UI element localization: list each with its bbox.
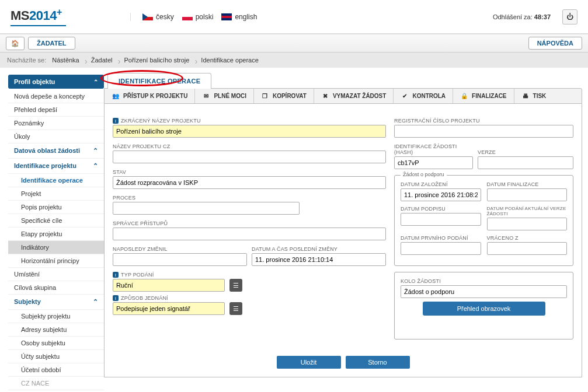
tool-tisk[interactable]: 🖶TISK (514, 89, 554, 103)
help-button[interactable]: NÁPOVĚDA (528, 37, 582, 50)
toolbar: 👥PŘÍSTUP K PROJEKTU ✉PLNÉ MOCI ❐KOPÍROVA… (104, 88, 582, 104)
sidebar-specificke[interactable]: Specifické cíle (8, 214, 104, 228)
zadatel-button[interactable]: ŽADATEL (28, 37, 75, 50)
tool-kontrola[interactable]: ✔KONTROLA (394, 89, 453, 103)
tool-pristup[interactable]: 👥PŘÍSTUP K PROJEKTU (105, 89, 195, 103)
tool-plne-moci[interactable]: ✉PLNÉ MOCI (195, 89, 254, 103)
input-dat-prvni[interactable] (401, 242, 481, 255)
lock-icon: 🔒 (460, 93, 468, 99)
fieldset-kolo: KOLO ŽÁDOSTI Přehled obrazovek (394, 272, 573, 340)
input-proces[interactable] (113, 202, 300, 215)
input-typ-podani[interactable] (113, 279, 225, 292)
sidebar-cznace[interactable]: CZ NACE (8, 377, 104, 390)
sidebar-ucty[interactable]: Účty subjektu (8, 350, 104, 363)
info-icon: i (113, 272, 119, 278)
sidebar-horizontalni[interactable]: Horizontální principy (8, 254, 104, 268)
main-content: IDENTIFIKACE OPERACE 👥PŘÍSTUP K PROJEKTU… (104, 68, 588, 390)
sidebar-popis[interactable]: Popis projektu (8, 201, 104, 214)
picker-zpusob[interactable]: ☰ (229, 302, 242, 315)
chevron-up-icon: ⌃ (93, 162, 98, 170)
sidebar-ukoly[interactable]: Úkoly (8, 130, 104, 144)
label-vraceno: VRÁCENO Z (487, 235, 568, 241)
label-dat-podani-akt: DATUM PODÁNÍ AKTUÁLNÍ VERZE ŽÁDOSTI (487, 206, 568, 216)
input-zpusob[interactable] (113, 302, 225, 315)
label-verze: VERZE (478, 149, 573, 155)
lang-en[interactable]: english (221, 13, 257, 21)
sidebar-indikatory[interactable]: Indikátory (8, 241, 104, 254)
label-spravce: SPRÁVCE PŘÍSTUPŮ (113, 220, 386, 226)
users-icon: 👥 (112, 93, 120, 99)
input-dat-podpisu[interactable] (401, 213, 481, 226)
flag-cz-icon (142, 13, 153, 20)
lang-pl[interactable]: polski (182, 13, 214, 21)
input-dat-finalizace[interactable] (487, 188, 568, 201)
sidebar-etapy[interactable]: Etapy projektu (8, 228, 104, 241)
tool-vymazat[interactable]: ✖VYMAZAT ŽÁDOST (314, 89, 394, 103)
crumb-ident[interactable]: Identifikace operace (195, 57, 264, 64)
info-icon: i (113, 118, 119, 124)
label-zkraceny: ZKRÁCENÝ NÁZEV PROJEKTU (121, 118, 201, 124)
input-spravce[interactable] (113, 228, 386, 240)
breadcrumb: Nacházíte se: Nástěnka Žadatel Pořízení … (0, 52, 588, 68)
copy-icon: ❐ (261, 93, 269, 99)
input-datum-cas[interactable] (252, 253, 386, 266)
label-datum-cas: DATUM A ČAS POSLEDNÍ ZMĚNY (252, 246, 386, 252)
sidebar-nova-depese[interactable]: Nová depeše a koncepty (8, 90, 104, 103)
input-vraceno[interactable] (487, 242, 568, 255)
sidebar-projekt[interactable]: Projekt (8, 187, 104, 201)
label-kolo: KOLO ŽÁDOSTI (401, 278, 567, 284)
input-kolo[interactable] (401, 285, 567, 298)
crumb-nastenka[interactable]: Nástěnka (46, 57, 85, 64)
prehled-button[interactable]: Přehled obrazovek (423, 302, 545, 316)
print-icon: 🖶 (521, 93, 530, 99)
sidebar: Profil objektu⌃ Nová depeše a koncepty P… (0, 68, 104, 390)
logout-timer: Odhlášení za: 48:37 (493, 13, 551, 20)
input-dat-zalozeni[interactable] (401, 188, 481, 201)
home-button[interactable]: 🏠 (6, 37, 25, 50)
input-verze[interactable] (478, 156, 573, 169)
sidebar-umisteni[interactable]: Umístění (8, 268, 104, 281)
input-stav[interactable] (113, 176, 386, 189)
sidebar-poznamky[interactable]: Poznámky (8, 117, 104, 130)
chevron-up-icon: ⌃ (93, 79, 98, 85)
label-dat-prvni: DATUM PRVNÍHO PODÁNÍ (401, 235, 481, 241)
delete-icon: ✖ (321, 93, 329, 99)
input-ident-hash[interactable] (394, 156, 473, 169)
chevron-up-icon: ⌃ (93, 147, 98, 155)
tool-kopirovat[interactable]: ❐KOPÍROVAT (254, 89, 314, 103)
tool-finalizace[interactable]: 🔒FINALIZACE (453, 89, 514, 103)
sidebar-adresy[interactable]: Adresy subjektu (8, 323, 104, 337)
label-dat-finalizace: DATUM FINALIZACE (487, 181, 568, 187)
mail-icon: ✉ (202, 93, 210, 99)
sidebar-prehled-depesi[interactable]: Přehled depeší (8, 103, 104, 117)
sidebar-profil[interactable]: Profil objektu⌃ (8, 75, 104, 89)
save-button[interactable]: Uložit (277, 356, 341, 369)
input-naposledy[interactable] (113, 253, 247, 266)
sidebar-subjekty[interactable]: Subjekty⌃ (8, 295, 104, 310)
logo: MS2014+ (11, 7, 66, 26)
sidebar-ident-operace[interactable]: Identifikace operace (8, 174, 104, 187)
power-button[interactable]: ⏻ (562, 9, 577, 24)
sidebar-cilova[interactable]: Cílová skupina (8, 281, 104, 295)
input-nazev-cz[interactable] (113, 150, 386, 163)
check-icon: ✔ (401, 93, 409, 99)
label-reg-cislo: REGISTRAČNÍ ČÍSLO PROJEKTU (394, 118, 573, 124)
home-icon: 🏠 (11, 40, 19, 47)
info-icon: i (113, 295, 119, 301)
picker-typ-podani[interactable]: ☰ (229, 279, 242, 292)
crumb-zadatel[interactable]: Žadatel (85, 57, 119, 64)
sidebar-subjekty-projektu[interactable]: Subjekty projektu (8, 310, 104, 323)
crumb-projekt[interactable]: Pořízení balicího stroje (118, 57, 195, 64)
sidebar-ident-projektu[interactable]: Identifikace projektu⌃ (8, 159, 104, 174)
sidebar-ucetni[interactable]: Účetní období (8, 363, 104, 377)
sidebar-data-oblast[interactable]: Datová oblast žádosti⌃ (8, 144, 104, 159)
label-dat-zalozeni: DATUM ZALOŽENÍ (401, 181, 481, 187)
input-dat-podani-akt[interactable] (487, 218, 568, 230)
label-dat-podpisu: DATUM PODPISU (401, 206, 481, 212)
input-reg-cislo[interactable] (394, 125, 573, 138)
page-title-tab: IDENTIFIKACE OPERACE (107, 73, 211, 89)
cancel-button[interactable]: Storno (346, 356, 410, 369)
sidebar-osoby[interactable]: Osoby subjektu (8, 337, 104, 350)
lang-cz[interactable]: česky (142, 13, 174, 21)
input-zkraceny[interactable] (113, 125, 386, 138)
